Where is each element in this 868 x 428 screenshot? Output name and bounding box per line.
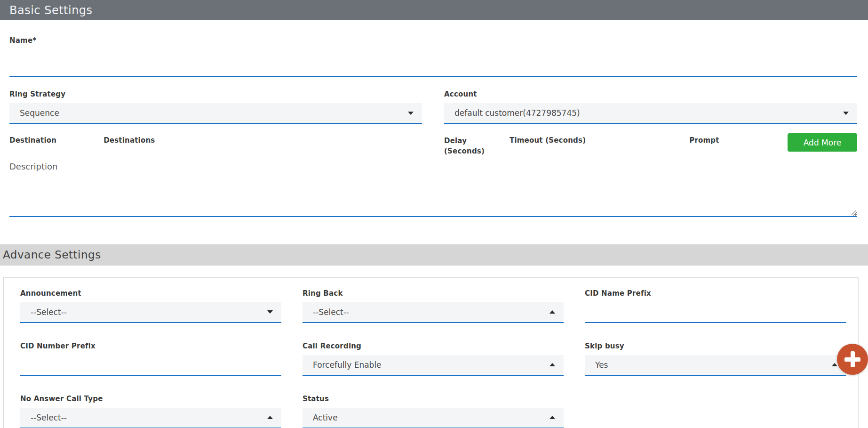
chevron-up-icon [832,363,837,366]
cid-name-prefix-label: CID Name Prefix [585,289,846,298]
skip-busy-value: Yes [595,360,608,370]
ring-back-label: Ring Back [303,289,564,298]
advance-settings-card: Announcement --Select-- Ring Back --Sele… [3,277,859,428]
basic-settings-header: Basic Settings [0,0,868,20]
skip-busy-field-group: Skip busy Yes [585,342,846,376]
skip-busy-select[interactable]: Yes [585,355,846,376]
cid-name-prefix-input[interactable] [585,302,846,323]
status-select[interactable]: Active [303,408,564,428]
advance-settings-title: Advance Settings [3,249,101,261]
announcement-field-group: Announcement --Select-- [20,289,281,323]
call-recording-select[interactable]: Forcefully Enable [303,355,564,376]
basic-settings-title: Basic Settings [9,4,93,17]
name-label: Name* [9,36,857,45]
account-field-group: Account default customer(4727985745) [444,90,857,124]
no-answer-call-type-label: No Answer Call Type [20,395,281,403]
cid-number-prefix-input[interactable] [20,355,281,376]
ring-strategy-field-group: Ring Strategy Sequence [9,90,422,124]
no-answer-call-type-value: --Select-- [31,413,67,422]
status-label: Status [303,395,564,403]
advance-settings-header: Advance Settings [0,244,868,266]
name-field-group: Name* [9,36,857,77]
skip-busy-label: Skip busy [585,342,846,350]
timeout-seconds-label: Timeout (Seconds) [510,136,586,145]
prompt-label: Prompt [689,136,719,145]
cid-number-prefix-label: CID Number Prefix [20,342,281,350]
chevron-down-icon [408,112,414,115]
announcement-label: Announcement [20,289,281,298]
account-value: default customer(4727985745) [454,108,580,118]
chevron-up-icon [267,416,273,419]
chevron-up-icon [549,416,555,419]
destinations-header-row: Destination Destinations Delay (Seconds)… [9,136,857,157]
name-input[interactable] [9,53,857,77]
chevron-up-icon [549,310,555,314]
plus-icon [844,351,860,367]
add-more-button[interactable]: Add More [788,133,857,152]
basic-settings-section: Name* Ring Strategy Sequence Account def… [0,36,868,219]
description-textarea[interactable] [9,160,857,217]
delay-seconds-label: Delay (Seconds) [444,136,494,157]
no-answer-call-type-field-group: No Answer Call Type --Select-- [20,395,281,428]
chevron-up-icon [549,363,555,366]
cid-number-prefix-field-group: CID Number Prefix [20,342,281,376]
no-answer-call-type-select[interactable]: --Select-- [20,408,281,428]
chevron-down-icon [267,310,273,314]
ring-back-value: --Select-- [313,307,349,317]
ring-back-select[interactable]: --Select-- [303,302,564,323]
cid-name-prefix-field-group: CID Name Prefix [585,289,846,323]
status-value: Active [313,413,338,422]
ring-strategy-value: Sequence [20,108,59,118]
ring-strategy-label: Ring Strategy [9,90,422,98]
call-recording-field-group: Call Recording Forcefully Enable [303,342,564,376]
description-field-group [9,160,857,219]
chevron-down-icon [843,112,849,115]
status-field-group: Status Active [303,395,564,428]
call-recording-label: Call Recording [303,342,564,350]
announcement-select[interactable]: --Select-- [20,302,281,323]
destinations-label: Destinations [104,136,155,157]
announcement-value: --Select-- [31,307,67,317]
account-label: Account [444,90,857,98]
account-select[interactable]: default customer(4727985745) [444,103,857,124]
destination-label: Destination [9,136,56,157]
ring-back-field-group: Ring Back --Select-- [303,289,564,323]
call-recording-value: Forcefully Enable [313,360,382,370]
empty-cell [585,395,846,428]
floating-add-button[interactable] [837,344,868,375]
ring-strategy-select[interactable]: Sequence [9,103,422,124]
